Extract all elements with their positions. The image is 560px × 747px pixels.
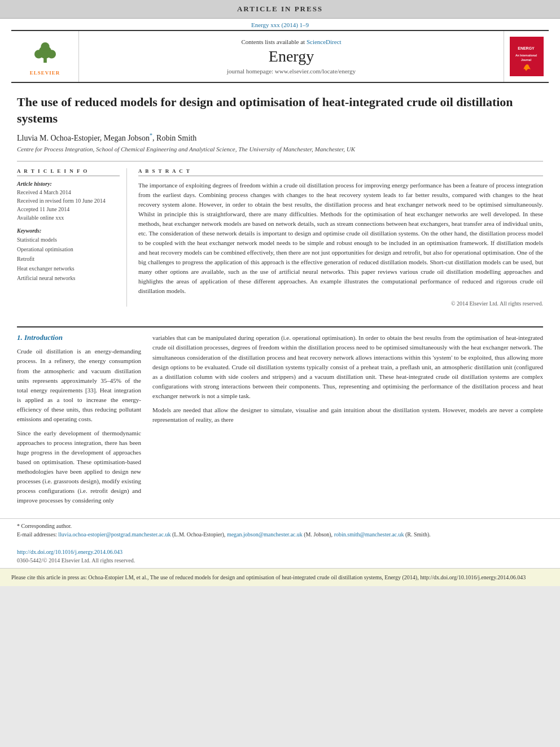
email-robin-name: (R. Smith). (405, 531, 431, 538)
citation-text: Please cite this article in press as: Oc… (11, 574, 526, 580)
elsevier-tree-icon (28, 42, 62, 64)
authors: Lluvia M. Ochoa-Estopier, Megan Jobson*,… (17, 132, 543, 143)
doi-link[interactable]: http://dx.doi.org/10.1016/j.energy.2014.… (17, 549, 123, 555)
body-right-col: variables that can be manipulated during… (152, 333, 543, 510)
keyword-1: Statistical models (17, 235, 120, 244)
aip-banner-text: ARTICLE IN PRESS (237, 5, 323, 13)
page-wrapper: ARTICLE IN PRESS Energy xxx (2014) 1–9 (0, 0, 560, 586)
keyword-2: Operational optimisation (17, 244, 120, 254)
keyword-4: Heat exchanger networks (17, 264, 120, 273)
journal-center: Contents lists available at ScienceDirec… (79, 31, 504, 82)
keywords-group: Keywords: Statistical models Operational… (17, 228, 120, 283)
svg-point-4 (47, 50, 55, 58)
revised-date: Received in revised form 10 June 2014 (17, 196, 120, 205)
email-robin[interactable]: robin.smith@manchester.ac.uk (334, 531, 404, 538)
elsevier-label: ELSEVIER (30, 70, 60, 76)
svg-point-3 (34, 50, 43, 58)
journal-title: Energy (269, 47, 314, 65)
svg-text:Journal: Journal (521, 58, 532, 62)
body-left-para1: Crude oil distillation is an energy-dema… (17, 347, 141, 423)
energy-logo-area: ENERGY An International Journal (504, 31, 549, 82)
accepted-date: Accepted 11 June 2014 (17, 205, 120, 213)
keywords-label: Keywords: (17, 228, 120, 234)
body-left-col: 1. Introduction Crude oil distillation i… (17, 333, 141, 510)
corresponding-note: * Corresponding author. (17, 522, 543, 530)
email-label: E-mail addresses: (17, 531, 57, 538)
author-smith: , Robin Smith (152, 134, 196, 142)
svg-point-5 (41, 42, 49, 51)
email-megan-name: (M. Jobson), (304, 531, 333, 538)
sciencedirect-line: Contents lists available at ScienceDirec… (241, 38, 341, 45)
body-right-para1: variables that can be manipulated during… (152, 333, 543, 400)
article-info-label: A R T I C L E I N F O (17, 168, 120, 176)
copyright-line: © 2014 Elsevier Ltd. All rights reserved… (138, 300, 543, 307)
energy-logo-icon: ENERGY An International Journal (511, 38, 542, 75)
sciencedirect-label: Contents lists available at (241, 38, 305, 45)
email-megan[interactable]: megan.jobson@manchester.ac.uk (227, 531, 303, 538)
svg-text:An International: An International (515, 54, 537, 57)
abstract-label: A B S T R A C T (138, 168, 543, 176)
history-label: Article history: (17, 181, 120, 187)
abstract-text: The importance of exploiting degrees of … (138, 181, 543, 296)
footnote-area: * Corresponding author. E-mail addresses… (0, 518, 560, 541)
energy-ref-text: Energy xxx (2014) 1–9 (251, 21, 309, 28)
separator (17, 326, 543, 327)
svg-text:ENERGY: ENERGY (518, 46, 535, 50)
email-footnote: E-mail addresses: lluvia.ochoa-estopier@… (17, 530, 543, 539)
energy-logo-box: ENERGY An International Journal (510, 37, 544, 76)
info-abstract-section: A R T I C L E I N F O Article history: R… (17, 161, 543, 307)
doi-footer: http://dx.doi.org/10.1016/j.energy.2014.… (0, 544, 560, 565)
email-lluvia[interactable]: lluvia.ochoa-estopier@postgrad.mancheste… (58, 531, 170, 538)
body-right-para2: Models are needed that allow the designe… (152, 405, 543, 425)
keyword-3: Retrofit (17, 254, 120, 264)
energy-reference: Energy xxx (2014) 1–9 (0, 19, 560, 30)
article-title: The use of reduced models for design and… (17, 94, 543, 126)
affiliation: Centre for Process Integration, School o… (17, 146, 543, 152)
elsevier-logo-img (23, 38, 68, 69)
available-online: Available online xxx (17, 213, 120, 222)
issn-text: 0360-5442/© 2014 Elsevier Ltd. All right… (17, 557, 543, 563)
section1-heading: 1. Introduction (17, 333, 141, 342)
email-lluvia-name: (L.M. Ochoa-Estopier), (172, 531, 225, 538)
aip-banner: ARTICLE IN PRESS (0, 0, 560, 19)
elsevier-logo-area: ELSEVIER (11, 31, 79, 82)
body-section: 1. Introduction Crude oil distillation i… (0, 333, 560, 510)
body-left-para2: Since the early development of thermodyn… (17, 429, 141, 505)
article-info-col: A R T I C L E I N F O Article history: R… (17, 168, 127, 307)
abstract-col: A B S T R A C T The importance of exploi… (138, 168, 543, 307)
keywords-list: Statistical models Operational optimisat… (17, 235, 120, 283)
received-date: Received 4 March 2014 (17, 188, 120, 196)
citation-bar: Please cite this article in press as: Oc… (0, 568, 560, 586)
article-content: The use of reduced models for design and… (0, 83, 560, 321)
keyword-5: Artificial neural networks (17, 273, 120, 283)
sciencedirect-link[interactable]: ScienceDirect (307, 38, 342, 45)
journal-header: ELSEVIER Contents lists available at Sci… (11, 30, 549, 83)
history-group: Article history: Received 4 March 2014 R… (17, 181, 120, 222)
authors-main: Lluvia M. Ochoa-Estopier, Megan Jobson (17, 134, 150, 142)
journal-homepage: journal homepage: www.elsevier.com/locat… (227, 68, 356, 75)
